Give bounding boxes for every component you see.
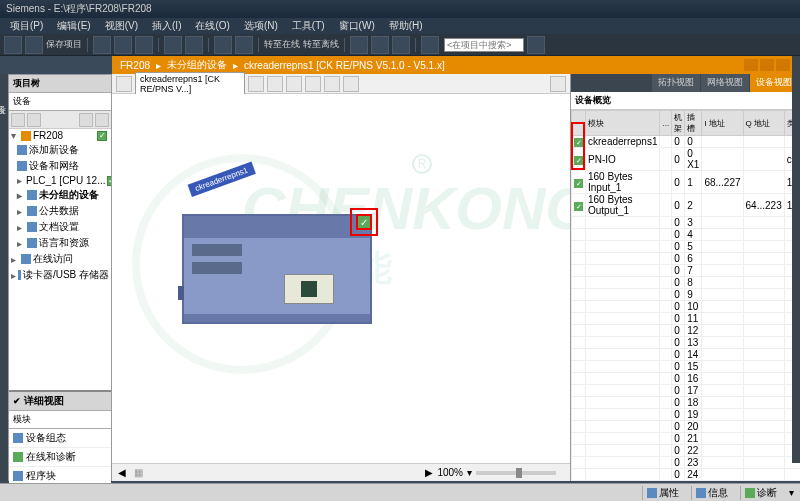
table-row[interactable]: 07 bbox=[572, 265, 801, 277]
table-row[interactable]: 024 bbox=[572, 469, 801, 481]
tab-device[interactable]: 设备视图 bbox=[750, 74, 798, 92]
collapse-icon[interactable]: ▾ bbox=[789, 487, 794, 498]
table-row[interactable]: ✓PN-IO00 X1ckr... bbox=[572, 148, 801, 171]
table-row[interactable]: 023 bbox=[572, 457, 801, 469]
table-row[interactable]: 016 bbox=[572, 373, 801, 385]
zoom-dropdown-icon[interactable]: ▾ bbox=[467, 467, 472, 478]
breadcrumb-group[interactable]: 未分组的设备 bbox=[167, 58, 227, 72]
col-header[interactable]: 机架 bbox=[672, 111, 685, 136]
col-header[interactable] bbox=[572, 111, 586, 136]
tree-tb-icon[interactable] bbox=[11, 113, 25, 127]
sidebar-tab-devices[interactable]: 设备 bbox=[0, 94, 8, 102]
breadcrumb-root[interactable]: FR208 bbox=[120, 60, 150, 71]
table-row[interactable]: 05 bbox=[572, 241, 801, 253]
search-input[interactable] bbox=[444, 38, 524, 52]
new-project-icon[interactable] bbox=[4, 36, 22, 54]
col-header[interactable]: ... bbox=[660, 111, 672, 136]
device-dropdown[interactable]: ckreaderrepns1 [CK RE/PNS V...] bbox=[135, 72, 245, 96]
table-row[interactable]: 06 bbox=[572, 253, 801, 265]
table-row[interactable]: 08 bbox=[572, 277, 801, 289]
menu-help[interactable]: 帮助(H) bbox=[383, 18, 429, 34]
menu-options[interactable]: 选项(N) bbox=[238, 18, 284, 34]
undo-icon[interactable] bbox=[164, 36, 182, 54]
detail-tab[interactable]: 模块 bbox=[9, 411, 111, 429]
table-row[interactable]: 021 bbox=[572, 433, 801, 445]
table-row[interactable]: 014 bbox=[572, 349, 801, 361]
ctb-icon[interactable] bbox=[248, 76, 264, 92]
table-row[interactable]: ✓160 Bytes Input_10168...227160... bbox=[572, 171, 801, 194]
save-project-button[interactable]: 保存项目 bbox=[46, 38, 82, 51]
table-row[interactable]: 025 bbox=[572, 481, 801, 482]
ctb-icon[interactable] bbox=[286, 76, 302, 92]
status-info[interactable]: 信息 bbox=[691, 486, 732, 500]
table-row[interactable]: 013 bbox=[572, 337, 801, 349]
minimize-icon[interactable] bbox=[744, 59, 758, 71]
detail-item[interactable]: 设备组态 bbox=[9, 429, 111, 448]
table-row[interactable]: 010 bbox=[572, 301, 801, 313]
breadcrumb-device[interactable]: ckreaderrepns1 [CK RE/PNS V5.1.0 - V5.1.… bbox=[244, 60, 445, 71]
open-project-icon[interactable] bbox=[25, 36, 43, 54]
table-row[interactable]: 04 bbox=[572, 229, 801, 241]
tree-root[interactable]: ▾FR208✓ bbox=[9, 129, 111, 142]
download-icon[interactable] bbox=[214, 36, 232, 54]
device-module[interactable]: ckreaderrepns1 ✓ bbox=[182, 214, 372, 324]
table-row[interactable]: 011 bbox=[572, 313, 801, 325]
scroll-left-icon[interactable]: ◀ bbox=[118, 467, 126, 478]
table-row[interactable]: 020 bbox=[572, 421, 801, 433]
ctb-icon[interactable] bbox=[324, 76, 340, 92]
cross-icon[interactable] bbox=[421, 36, 439, 54]
tree-lang-res[interactable]: ▸语言和资源 bbox=[9, 235, 111, 251]
copy-icon[interactable] bbox=[114, 36, 132, 54]
menu-project[interactable]: 项目(P) bbox=[4, 18, 49, 34]
table-row[interactable]: 03 bbox=[572, 217, 801, 229]
table-row[interactable]: 022 bbox=[572, 445, 801, 457]
maximize-icon[interactable] bbox=[760, 59, 774, 71]
tree-devices-networks[interactable]: 设备和网络 bbox=[9, 158, 111, 174]
table-row[interactable]: ✓ckreaderrepns100 bbox=[572, 136, 801, 148]
go-online-button[interactable]: 转至在线 bbox=[264, 38, 300, 51]
tree-tb-icon[interactable] bbox=[79, 113, 93, 127]
menu-online[interactable]: 在线(O) bbox=[189, 18, 235, 34]
view-mode-icon[interactable]: ▦ bbox=[134, 467, 143, 478]
cut-icon[interactable] bbox=[93, 36, 111, 54]
tree-online-access[interactable]: ▸在线访问 bbox=[9, 251, 111, 267]
status-diag[interactable]: 诊断 bbox=[740, 486, 781, 500]
tab-network[interactable]: 网络视图 bbox=[701, 74, 749, 92]
table-row[interactable]: 012 bbox=[572, 325, 801, 337]
status-properties[interactable]: 属性 bbox=[642, 486, 683, 500]
zoom-value[interactable]: 100% bbox=[437, 467, 463, 478]
tree-plc[interactable]: ▸PLC_1 [CPU 12...✓ bbox=[9, 174, 111, 187]
tree-common-data[interactable]: ▸公共数据 bbox=[9, 203, 111, 219]
tb-icon-b[interactable] bbox=[371, 36, 389, 54]
table-row[interactable]: 019 bbox=[572, 409, 801, 421]
search-icon[interactable] bbox=[527, 36, 545, 54]
redo-icon[interactable] bbox=[185, 36, 203, 54]
scroll-right-icon[interactable]: ▶ bbox=[425, 467, 433, 478]
tb-icon-a[interactable] bbox=[350, 36, 368, 54]
zoom-slider[interactable] bbox=[476, 471, 556, 475]
tree-add-device[interactable]: 添加新设备 bbox=[9, 142, 111, 158]
close-icon[interactable] bbox=[776, 59, 790, 71]
go-offline-button[interactable]: 转至离线 bbox=[303, 38, 339, 51]
paste-icon[interactable] bbox=[135, 36, 153, 54]
col-header[interactable]: Q 地址 bbox=[743, 111, 784, 136]
tree-tb-icon[interactable] bbox=[27, 113, 41, 127]
table-row[interactable]: 017 bbox=[572, 385, 801, 397]
ctb-icon[interactable] bbox=[305, 76, 321, 92]
col-header[interactable]: I 地址 bbox=[702, 111, 743, 136]
tb-icon-c[interactable] bbox=[392, 36, 410, 54]
table-row[interactable]: ✓160 Bytes Output_10264...223160... bbox=[572, 194, 801, 217]
menu-tools[interactable]: 工具(T) bbox=[286, 18, 331, 34]
menu-insert[interactable]: 插入(I) bbox=[146, 18, 187, 34]
upload-icon[interactable] bbox=[235, 36, 253, 54]
io-module[interactable] bbox=[284, 274, 334, 304]
table-row[interactable]: 018 bbox=[572, 397, 801, 409]
menu-edit[interactable]: 编辑(E) bbox=[51, 18, 96, 34]
menu-window[interactable]: 窗口(W) bbox=[333, 18, 381, 34]
device-canvas[interactable]: CHENKONG R 晨控智能 ckreaderrepns1 ✓ bbox=[112, 94, 570, 463]
col-header[interactable]: 插槽 bbox=[685, 111, 702, 136]
detail-item[interactable]: 在线和诊断 bbox=[9, 448, 111, 467]
tree-doc-settings[interactable]: ▸文档设置 bbox=[9, 219, 111, 235]
table-row[interactable]: 09 bbox=[572, 289, 801, 301]
ctb-icon-r[interactable] bbox=[550, 76, 566, 92]
